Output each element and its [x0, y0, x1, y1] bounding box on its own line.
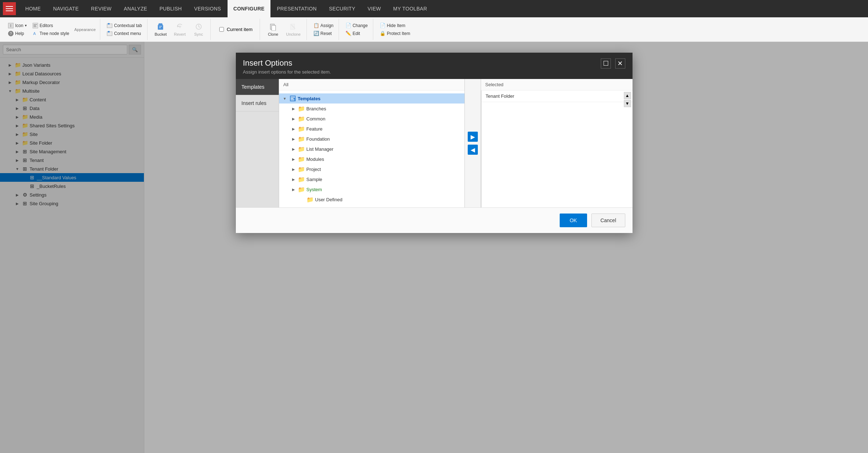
current-item-check[interactable] [219, 27, 224, 32]
dtree-common[interactable]: ▶ 📁 Common [279, 114, 464, 124]
dtree-toggle-icon: ▶ [291, 106, 296, 111]
edit-icon: ✏️ [345, 31, 351, 36]
svg-text:?: ? [10, 32, 12, 36]
toolbar-bucket-group: Bucket Revert Sync [149, 19, 211, 40]
svg-marker-14 [177, 25, 179, 27]
toolbar-change-edit-group: 📄 Change ✏️ Edit [340, 19, 373, 40]
selected-panel: Selected Tenant Folder ▲ ▼ [481, 79, 633, 207]
dtree-branches[interactable]: ▶ 📁 Branches [279, 104, 464, 114]
folder-gold-icon: 📁 [298, 105, 305, 112]
dtree-foundation[interactable]: ▶ 📁 Foundation [279, 134, 464, 144]
dtree-project[interactable]: ▶ 📁 Project [279, 164, 464, 174]
toolbar-assign-btn[interactable]: 📋 Assign [311, 22, 336, 29]
dtree-toggle-icon: ▶ [291, 186, 296, 192]
nav-review[interactable]: REVIEW [85, 0, 117, 17]
selected-item-tenant-folder[interactable]: Tenant Folder [481, 91, 633, 102]
dialog-footer: OK Cancel [236, 207, 633, 233]
svg-rect-13 [158, 25, 163, 30]
toolbar-current-item-checkbox[interactable]: Current item [215, 25, 257, 34]
selected-panel-header: Selected [481, 79, 633, 91]
svg-text:A: A [33, 31, 36, 36]
dtree-feature[interactable]: ▶ 📁 Feature [279, 124, 464, 134]
nav-security[interactable]: SECURITY [323, 0, 361, 17]
ok-button[interactable]: OK [560, 214, 587, 227]
context-menu-icon [107, 31, 113, 36]
dtree-list-manager[interactable]: ▶ 📁 List Manager [279, 144, 464, 154]
toolbar-hide-item-btn[interactable]: 📄 Hide Item [378, 22, 413, 29]
toolbar-current-item-group: Current item [212, 19, 260, 40]
help-icon: ? [8, 31, 14, 36]
toolbar-edit-btn[interactable]: ✏️ Edit [343, 30, 370, 37]
revert-icon [176, 22, 184, 31]
toolbar-tree-node-btn[interactable]: A Tree node style [30, 30, 71, 37]
nav-analyze[interactable]: ANALYZE [118, 0, 153, 17]
all-panel-tree: ▼ Template [279, 91, 464, 207]
dtree-system[interactable]: ▶ 📁 System [279, 184, 464, 194]
nav-versions[interactable]: VERSIONS [188, 0, 227, 17]
nav-configure[interactable]: CONFIGURE [228, 0, 270, 17]
svg-rect-23 [291, 100, 294, 100]
dtree-user-defined[interactable]: 📁 User Defined [279, 194, 464, 204]
toolbar-icon-btn[interactable]: I Icon ▾ [6, 22, 29, 29]
folder-gold-icon: 📁 [298, 125, 305, 132]
dialog-title: Insert Options [243, 58, 331, 68]
toolbar-clone-btn[interactable]: Clone [264, 21, 282, 38]
toolbar-reset-btn[interactable]: 🔄 Reset [311, 30, 336, 37]
template-icon [289, 95, 296, 102]
dtree-toggle-icon: ▼ [282, 96, 288, 101]
editors-icon [32, 23, 38, 28]
dtree-toggle-icon: ▶ [291, 156, 296, 162]
svg-rect-17 [272, 25, 276, 31]
dtree-toggle-icon: ▶ [291, 116, 296, 122]
toolbar-context-menu-btn[interactable]: Context menu [105, 30, 144, 37]
nav-presentation[interactable]: PRESENTATION [271, 0, 322, 17]
toolbar-revert-btn[interactable]: Revert [171, 21, 188, 38]
nav-bar: HOME NAVIGATE REVIEW ANALYZE PUBLISH VER… [0, 0, 868, 17]
nav-view[interactable]: VIEW [362, 0, 387, 17]
dialog-tabs: Templates Insert rules [236, 79, 279, 207]
toolbar-unclone-btn[interactable]: Unclone [283, 21, 303, 38]
svg-text:I: I [10, 24, 12, 28]
toolbar-contextual-group: Contextual tab Context menu [102, 19, 147, 40]
all-panel: All ▼ [279, 79, 465, 207]
nav-my-toolbar[interactable]: MY TOOLBAR [387, 0, 433, 17]
scroll-down-btn[interactable]: ▼ [624, 100, 631, 107]
toolbar-editors-btn[interactable]: Editors [30, 22, 71, 29]
toolbar-sync-btn[interactable]: Sync [190, 21, 207, 38]
dtree-sample[interactable]: ▶ 📁 Sample [279, 174, 464, 184]
transfer-right-btn[interactable]: ▶ [468, 132, 478, 142]
reset-icon: 🔄 [313, 31, 319, 36]
dtree-templates[interactable]: ▼ Template [279, 93, 464, 104]
transfer-left-btn[interactable]: ◀ [468, 145, 478, 155]
tab-templates[interactable]: Templates [236, 79, 279, 95]
dialog-title-group: Insert Options Assign insert options for… [243, 58, 331, 75]
toolbar-help-btn[interactable]: ? Help [6, 30, 29, 37]
nav-navigate[interactable]: NAVIGATE [47, 0, 84, 17]
toolbar-hide-protect-group: 📄 Hide Item 🔒 Protect Item [375, 19, 415, 40]
tab-insert-rules[interactable]: Insert rules [236, 95, 279, 111]
toolbar-contextual-tab-btn[interactable]: Contextual tab [105, 22, 144, 29]
dialog-close-btn[interactable]: ✕ [615, 58, 625, 69]
toolbar-protect-item-btn[interactable]: 🔒 Protect Item [378, 30, 413, 37]
toolbar-change-btn[interactable]: 📄 Change [343, 22, 370, 29]
toolbar-icon-help-group: I Icon ▾ ? Help [6, 22, 29, 37]
nav-publish[interactable]: PUBLISH [154, 0, 188, 17]
dtree-toggle-icon: ▶ [291, 176, 296, 182]
dtree-toggle-icon: ▶ [291, 136, 296, 142]
folder-gold-icon: 📁 [298, 176, 305, 183]
hamburger-menu[interactable] [3, 2, 16, 15]
selected-panel-inner: Tenant Folder ▲ ▼ [481, 91, 633, 207]
nav-home[interactable]: HOME [19, 0, 47, 17]
toolbar-bucket-btn[interactable]: Bucket [152, 21, 170, 38]
dtree-modules[interactable]: ▶ 📁 Modules [279, 154, 464, 164]
toolbar-appearance-group: I Icon ▾ ? Help [3, 19, 100, 40]
svg-rect-10 [108, 23, 110, 25]
icon-icon: I [8, 23, 14, 28]
dtree-templates-label: Templates [298, 96, 321, 101]
cancel-button[interactable]: Cancel [591, 214, 625, 227]
dialog-maximize-btn[interactable]: ☐ [601, 58, 611, 69]
unclone-icon [289, 22, 298, 31]
folder-gold-icon: 📁 [307, 196, 314, 203]
scroll-up-btn[interactable]: ▲ [624, 92, 631, 99]
dialog-subtitle: Assign insert options for the selected i… [243, 69, 331, 75]
